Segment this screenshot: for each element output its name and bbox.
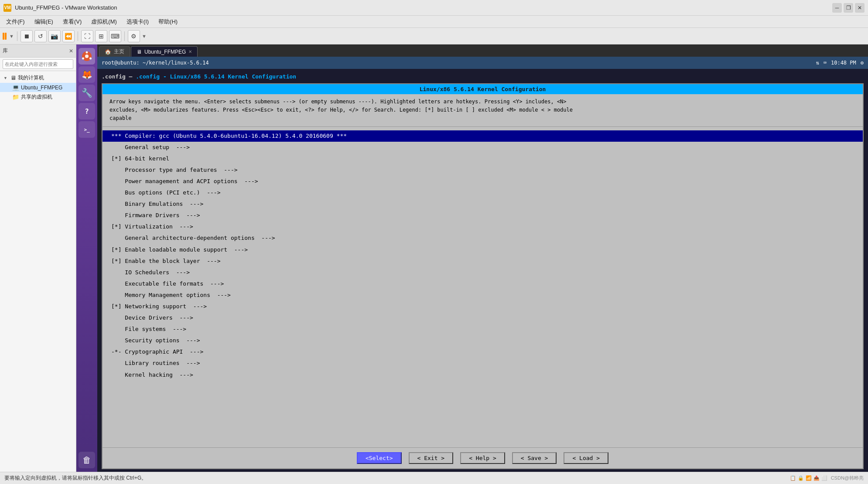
sidebar-title: 库: [3, 47, 8, 55]
menu-help[interactable]: 帮助(H): [154, 17, 182, 27]
menu-entry-memory[interactable]: Memory Management options --->: [103, 290, 863, 301]
sidebar: 库 ✕ ▼ 🖥 我的计算机 💻 Ubuntu_FFMPEG 📁 共享的虚拟机: [0, 44, 76, 472]
menu-entry-networking[interactable]: [*] Networking support --->: [103, 301, 863, 312]
computer-icon: 🖥: [10, 75, 16, 81]
svg-point-2: [86, 51, 88, 54]
tools-panel-icon[interactable]: 🔧: [79, 85, 95, 101]
sort-arrows-icon: ⇅: [816, 60, 819, 66]
sidebar-close-button[interactable]: ✕: [69, 48, 73, 54]
restart-button[interactable]: ↺: [34, 30, 47, 42]
separator-3: [124, 31, 125, 41]
menu-entry-arch-dependent[interactable]: General architecture-dependent options -…: [103, 232, 863, 244]
ubuntu-panel-icon[interactable]: [79, 48, 95, 65]
unity-button[interactable]: ⊞: [95, 30, 107, 42]
help-panel-icon[interactable]: ?: [79, 103, 95, 119]
svg-point-1: [85, 55, 89, 58]
shared-vm-icon: 📁: [12, 94, 19, 100]
terminal-panel-icon[interactable]: >_: [79, 121, 95, 138]
menu-entry-virtualization[interactable]: [*] Virtualization --->: [103, 221, 863, 232]
pause-button[interactable]: [3, 33, 7, 40]
view-options-dropdown[interactable]: ▼: [142, 34, 147, 39]
vm-tab-close[interactable]: ✕: [188, 49, 192, 54]
menu-entry-block-layer[interactable]: [*] Enable the block layer --->: [103, 256, 863, 267]
menu-entry-loadable-module[interactable]: [*] Enable loadable module support --->: [103, 244, 863, 256]
trash-panel-icon[interactable]: 🗑: [79, 452, 95, 468]
minimize-button[interactable]: ─: [832, 3, 842, 13]
desc-line-3: capable: [109, 114, 856, 123]
config-title-text: .config - Linux/x86 5.6.14 Kernel Config…: [136, 73, 296, 80]
fullscreen-button[interactable]: ⛶: [81, 30, 93, 42]
menu-entry-file-systems[interactable]: File systems --->: [103, 324, 863, 335]
snapshot-restore-button[interactable]: ⏪: [62, 30, 75, 42]
tab-ubuntu-ffmpeg[interactable]: 🖥 Ubuntu_FFMPEG ✕: [131, 46, 198, 57]
kernel-config-menu[interactable]: *** Compiler: gcc (Ubuntu 5.4.0-6ubuntu1…: [103, 127, 863, 447]
tree-item-shared-vms[interactable]: 📁 共享的虚拟机: [0, 92, 76, 102]
select-button[interactable]: <Select>: [357, 452, 402, 464]
ctrlaltdel-button[interactable]: ⌨: [109, 30, 121, 42]
kernel-config-header: Linux/x86 5.6.14 Kernel Configuration: [103, 84, 863, 94]
separator-2: [78, 31, 78, 41]
menu-view[interactable]: 查看(V): [58, 17, 86, 27]
menu-entry-general-setup[interactable]: General setup --->: [103, 142, 863, 153]
menu-entry-exec-formats[interactable]: Executable file formats --->: [103, 278, 863, 290]
tree-item-my-computer[interactable]: ▼ 🖥 我的计算机: [0, 73, 76, 83]
shutdown-button[interactable]: ⏹: [21, 30, 33, 42]
snapshot-take-button[interactable]: 📷: [48, 30, 61, 42]
status-message: 要将输入定向到虚拟机，请将鼠标指针移入其中或按 Ctrl+G。: [4, 474, 147, 482]
pause-dropdown[interactable]: ▼: [9, 34, 14, 39]
exit-button[interactable]: < Exit >: [409, 452, 454, 464]
menu-entry-firmware[interactable]: Firmware Drivers --->: [103, 210, 863, 221]
sidebar-search[interactable]: [0, 58, 76, 71]
menu-entry-processor[interactable]: Processor type and features --->: [103, 164, 863, 176]
menu-file[interactable]: 文件(F): [2, 17, 29, 27]
save-button[interactable]: < Save >: [512, 452, 557, 464]
network-status-icon: 📶: [806, 475, 812, 481]
browser-panel-icon[interactable]: 🦊: [79, 66, 95, 83]
load-button[interactable]: < Load >: [564, 452, 608, 464]
terminal-path: root@ubuntu: ~/kernel/linux-5.6.14: [102, 60, 209, 66]
title-bar-left: VM Ubuntu_FFMPEG - VMware Workstation: [3, 4, 117, 12]
menu-entry-crypto[interactable]: -*- Cryptographic API --->: [103, 346, 863, 358]
restore-button[interactable]: ❐: [844, 3, 853, 13]
display-status-icon: ⬜: [821, 475, 827, 481]
kernel-config-box: Linux/x86 5.6.14 Kernel Configuration Ar…: [102, 83, 864, 469]
view-options-button[interactable]: ⚙: [128, 30, 140, 42]
clipboard-status-icon: 📋: [790, 475, 796, 481]
tab-home[interactable]: 🏠 主页: [99, 46, 130, 57]
menu-entry-library[interactable]: Library routines --->: [103, 358, 863, 369]
menu-entry-64bit[interactable]: [*] 64-bit kernel: [103, 153, 863, 164]
watermark-text: CSDN@韩晔亮: [831, 475, 864, 481]
terminal-status-right: ⇅ ⌨ 10:48 PM ⚙: [816, 60, 864, 66]
svg-point-3: [89, 58, 92, 60]
sidebar-header: 库 ✕: [0, 44, 76, 58]
my-computer-label: 我的计算机: [18, 74, 44, 82]
bottom-status-right: 📋 🔒 📶 📤 ⬜ CSDN@韩晔亮: [790, 475, 864, 481]
close-button[interactable]: ✕: [855, 3, 865, 13]
menu-entry-io-schedulers[interactable]: IO Schedulers --->: [103, 267, 863, 278]
menu-edit[interactable]: 编辑(E): [30, 17, 58, 27]
ubuntu-ffmpeg-label: Ubuntu_FFMPEG: [21, 85, 62, 91]
config-title-bar: .config – .config - Linux/x86 5.6.14 Ker…: [102, 72, 864, 82]
menu-entry-kernel-hacking[interactable]: Kernel hacking --->: [103, 369, 863, 381]
tree-item-ubuntu-ffmpeg[interactable]: 💻 Ubuntu_FFMPEG: [0, 83, 76, 92]
menu-tabs[interactable]: 选项卡(I): [122, 17, 153, 27]
menu-entry-device-drivers[interactable]: Device Drivers --->: [103, 312, 863, 324]
menu-entry-power[interactable]: Power management and ACPI options --->: [103, 176, 863, 187]
window-controls[interactable]: ─ ❐ ✕: [832, 3, 865, 13]
app-container: 库 ✕ ▼ 🖥 我的计算机 💻 Ubuntu_FFMPEG 📁 共享的虚拟机: [0, 44, 868, 472]
help-button[interactable]: < Help >: [460, 452, 505, 464]
terminal-wrapper[interactable]: .config – .config - Linux/x86 5.6.14 Ker…: [97, 69, 868, 472]
menu-entry-binary[interactable]: Binary Emulations --->: [103, 198, 863, 210]
menu-entry-bus[interactable]: Bus options (PCI etc.) --->: [103, 187, 863, 198]
settings-icon[interactable]: ⚙: [861, 60, 864, 66]
vm-node-icon: 💻: [12, 84, 19, 91]
menu-entry-security[interactable]: Security options --->: [103, 335, 863, 346]
menu-entry-compiler[interactable]: *** Compiler: gcc (Ubuntu 5.4.0-6ubuntu1…: [103, 130, 863, 142]
kernel-config-footer: <Select> < Exit > < Help > < Save > < Lo…: [103, 447, 863, 468]
vm-tab-label: Ubuntu_FFMPEG: [144, 49, 186, 55]
desc-line-2: excludes, <M> modularizes features. Pres…: [109, 106, 856, 114]
kernel-config-header-text: Linux/x86 5.6.14 Kernel Configuration: [420, 86, 546, 92]
shared-vms-label: 共享的虚拟机: [21, 93, 52, 101]
menu-vm[interactable]: 虚拟机(M): [87, 17, 121, 27]
search-input[interactable]: [3, 59, 73, 69]
